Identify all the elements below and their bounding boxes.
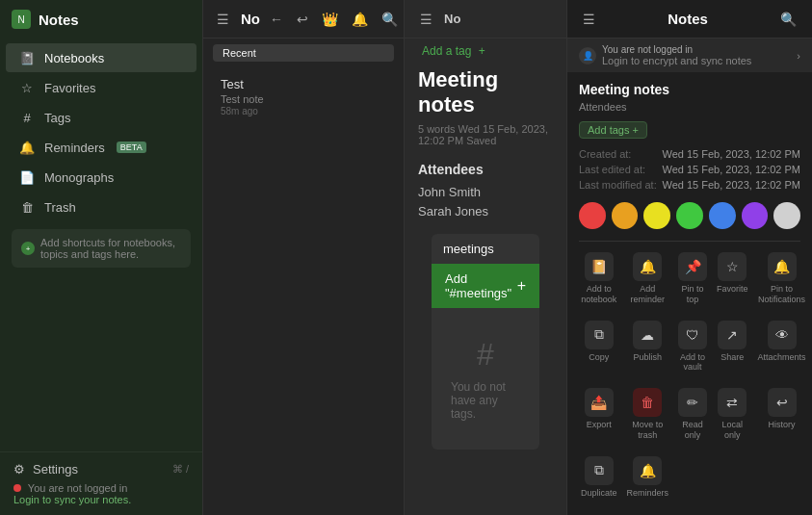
action-read-only[interactable]: ✏Read only <box>676 383 709 446</box>
action-history[interactable]: ↩History <box>756 383 808 446</box>
note-list-item[interactable]: Test Test note 58m ago <box>209 69 398 124</box>
shortcut-dot: + <box>21 242 35 255</box>
created-val: Wed 15 Feb, 2023, 12:02 PM <box>663 148 801 160</box>
pin-top-icon: 📌 <box>678 252 707 281</box>
right-search-button[interactable]: 🔍 <box>776 10 800 29</box>
color-dot-1[interactable] <box>612 202 639 229</box>
action-reminders[interactable]: 🔔Reminders <box>625 451 671 503</box>
color-dot-4[interactable] <box>709 202 736 229</box>
sidebar-item-label: Favorites <box>44 81 95 95</box>
recent-tab[interactable]: Recent <box>213 44 394 62</box>
sidebar-item-label: Reminders <box>44 141 105 155</box>
favorite-icon: ☆ <box>718 252 747 281</box>
right-panel: ☰ Notes 🔍 👤 You are not logged in Login … <box>566 0 812 515</box>
action-export[interactable]: 📤Export <box>579 383 619 446</box>
add-notebook-icon: 📔 <box>585 252 614 281</box>
color-dot-5[interactable] <box>742 202 769 229</box>
color-dot-6[interactable] <box>773 202 800 229</box>
copy-label: Copy <box>589 352 609 363</box>
action-add-notebook[interactable]: 📔Add to notebook <box>579 247 619 310</box>
settings-item[interactable]: ⚙ Settings ⌘ / <box>13 462 189 476</box>
color-row <box>579 202 800 229</box>
right-sync-bar[interactable]: 👤 You are not logged in Login to encrypt… <box>567 39 812 72</box>
action-move-trash[interactable]: 🗑Move to trash <box>625 383 671 446</box>
favorite-label: Favorite <box>717 284 748 295</box>
right-content: Meeting notes Attendees Add tags + Creat… <box>567 72 812 515</box>
history-label: History <box>769 420 796 430</box>
main-editor: ☰ No Add a tag + Meeting notes 5 words W… <box>405 0 566 515</box>
sidebar-item-notebooks[interactable]: 📓 Notebooks <box>6 43 196 72</box>
settings-label: Settings <box>33 462 78 476</box>
color-dot-0[interactable] <box>579 202 606 229</box>
beta-badge: BETA <box>117 142 146 153</box>
sync-cta-link[interactable]: Login to sync your notes. <box>13 494 189 505</box>
sidebar-item-tags[interactable]: # Tags <box>6 103 196 132</box>
color-dot-2[interactable] <box>643 202 670 229</box>
action-add-vault[interactable]: 🛡Add to vault <box>676 316 709 378</box>
sync-logged-out: You are not logged in <box>28 482 128 494</box>
pin-notifications-icon: 🔔 <box>768 252 797 281</box>
settings-icon: ⚙ <box>13 462 25 476</box>
action-publish[interactable]: ☁Publish <box>625 316 671 378</box>
action-share[interactable]: ↗Share <box>715 316 750 378</box>
search-button[interactable]: 🔍 <box>378 10 402 29</box>
created-label: Created at: <box>579 148 631 160</box>
trash-icon: 🗑 <box>19 199 35 215</box>
action-duplicate[interactable]: ⧉Duplicate <box>579 451 619 503</box>
add-tag-label[interactable]: Add a tag + <box>418 44 485 58</box>
last-modified-val: Wed 15 Feb, 2023, 12:02 PM <box>663 179 801 191</box>
back-button[interactable]: ← <box>266 10 287 29</box>
right-sync-left: 👤 You are not logged in Login to encrypt… <box>579 44 751 66</box>
action-pin-notifications[interactable]: 🔔Pin to Notifications <box>756 247 808 310</box>
tag-add-row[interactable]: Add "#meetings" + <box>432 264 539 308</box>
color-dot-3[interactable] <box>676 202 703 229</box>
attendee-2: Sarah Jones <box>418 204 553 219</box>
right-panel-title: Notes <box>668 11 708 27</box>
editor-content[interactable]: Attendees John Smith Sarah Jones 🔍 Add "… <box>405 154 566 515</box>
sync-dot-icon <box>13 484 21 492</box>
export-label: Export <box>587 420 612 430</box>
right-add-tag-button[interactable]: Add tags + <box>579 121 647 139</box>
editor-note-title: Meeting notes <box>405 64 566 123</box>
attendees-heading: Attendees <box>418 162 553 177</box>
reminders-label: Reminders <box>627 488 669 499</box>
sidebar-item-label: Monographs <box>44 170 114 185</box>
move-trash-icon: 🗑 <box>633 388 662 417</box>
sidebar-item-reminders[interactable]: 🔔 Reminders BETA <box>6 133 196 162</box>
sidebar-item-label: Notebooks <box>44 51 104 65</box>
right-menu-button[interactable]: ☰ <box>579 10 599 29</box>
last-edited-val: Wed 15 Feb, 2023, 12:02 PM <box>663 164 801 175</box>
sidebar-item-trash[interactable]: 🗑 Trash <box>6 193 196 221</box>
settings-shortcut: ⌘ / <box>172 463 189 476</box>
publish-icon: ☁ <box>633 321 662 349</box>
sidebar-item-monographs[interactable]: 📄 Monographs <box>6 163 196 192</box>
action-local-only[interactable]: ⇄Local only <box>715 383 750 446</box>
app-logo: N <box>12 10 31 29</box>
tag-search-input[interactable] <box>443 242 539 256</box>
action-pin-top[interactable]: 📌Pin to top <box>676 247 709 310</box>
sidebar-item-favorites[interactable]: ☆ Favorites <box>6 73 196 102</box>
attendee-1: John Smith <box>418 185 553 199</box>
sync-user-icon: 👤 <box>579 47 596 64</box>
right-meta-edited: Last edited at: Wed 15 Feb, 2023, 12:02 … <box>579 164 800 175</box>
right-sync-cta: Login to encrypt and sync notes <box>602 55 751 66</box>
action-favorite[interactable]: ☆Favorite <box>715 247 750 310</box>
action-copy[interactable]: ⧉Copy <box>579 316 619 378</box>
reminders-icon: 🔔 <box>19 140 35 155</box>
right-attendees-label: Attendees <box>579 101 800 113</box>
share-icon: ↗ <box>718 321 747 349</box>
menu-button[interactable]: ☰ <box>213 10 233 29</box>
bell-button[interactable]: 🔔 <box>348 10 372 29</box>
right-sync-text: You are not logged in Login to encrypt a… <box>602 44 751 66</box>
tag-add-label: Add "#meetings" <box>445 271 517 300</box>
shortcut-text: Add shortcuts for notebooks, topics and … <box>40 237 181 260</box>
undo-button[interactable]: ↩ <box>293 10 312 29</box>
editor-menu-button[interactable]: ☰ <box>416 10 436 29</box>
publish-label: Publish <box>634 352 663 363</box>
share-label: Share <box>720 352 744 363</box>
action-add-reminder[interactable]: 🔔Add reminder <box>625 247 671 310</box>
export-icon: 📤 <box>585 388 614 417</box>
action-attachments[interactable]: 👁Attachments <box>756 316 808 378</box>
sidebar-shortcut: + Add shortcuts for notebooks, topics an… <box>12 229 191 268</box>
pin-notifications-label: Pin to Notifications <box>758 284 806 305</box>
